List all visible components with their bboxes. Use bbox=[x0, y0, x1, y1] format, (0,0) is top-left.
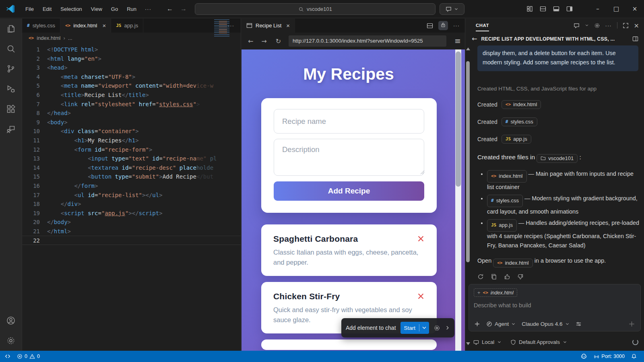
activity-extensions[interactable] bbox=[2, 99, 20, 119]
close-window-button[interactable]: × bbox=[625, 0, 644, 18]
code-text: <link rel="stylesheet" href="styles.css"… bbox=[47, 100, 200, 109]
file-chip-index.html[interactable]: <>index.html bbox=[487, 170, 527, 183]
breadcrumb[interactable]: <> index.html › ... bbox=[22, 33, 241, 43]
browser-back-button[interactable]: ← bbox=[248, 37, 253, 45]
close-tab-icon[interactable]: × bbox=[286, 22, 290, 29]
browser-reload-button[interactable]: ↻ bbox=[276, 37, 281, 45]
tab-recipe-list[interactable]: Recipe List × bbox=[241, 19, 295, 33]
customize-layout-icon[interactable] bbox=[526, 6, 533, 12]
menu-selection[interactable]: Selection bbox=[56, 4, 86, 14]
tab-index.html[interactable]: <>index.html× bbox=[60, 19, 111, 33]
expand-icon[interactable] bbox=[623, 23, 629, 29]
activity-settings-gear[interactable] bbox=[2, 331, 20, 351]
scroll-up-arrow[interactable] bbox=[466, 47, 470, 50]
approvals-picker[interactable]: Default Approvals bbox=[510, 339, 567, 345]
delete-recipe-icon[interactable] bbox=[417, 292, 425, 300]
chip-label: index.html bbox=[513, 101, 537, 107]
problems-indicator[interactable]: 0 0 bbox=[14, 351, 43, 362]
history-back-button[interactable]: ← bbox=[167, 5, 173, 12]
add-recipe-button[interactable]: Add Recipe bbox=[274, 181, 424, 201]
activity-files[interactable] bbox=[2, 19, 20, 39]
textarea-resize-handle[interactable] bbox=[420, 170, 424, 174]
more-actions-button[interactable]: ··· bbox=[605, 23, 612, 29]
file-chip-styles.css[interactable]: #styles.css bbox=[487, 195, 523, 207]
tab-chat[interactable]: CHAT bbox=[476, 19, 489, 31]
activity-search[interactable] bbox=[2, 39, 20, 59]
code-editor[interactable]: 1<!DOCTYPE html>2<html lang="en">3<head>… bbox=[22, 45, 241, 351]
regenerate-icon[interactable] bbox=[477, 274, 484, 280]
chevron-down-icon[interactable] bbox=[421, 325, 427, 331]
tab-styles.css[interactable]: #styles.css bbox=[22, 19, 60, 33]
code-text: <!DOCTYPE html> bbox=[47, 45, 98, 54]
menu-run[interactable]: Run bbox=[122, 4, 141, 14]
environment-picker[interactable]: Local bbox=[473, 339, 502, 345]
file-chip-index.html[interactable]: <>index.html bbox=[493, 259, 533, 267]
split-editor-icon[interactable] bbox=[427, 23, 433, 29]
close-panel-icon[interactable]: × bbox=[634, 22, 639, 29]
more-actions-button[interactable]: ··· bbox=[453, 23, 460, 29]
gear-icon[interactable] bbox=[433, 325, 440, 331]
file-chip-index.html[interactable]: <>index.html bbox=[502, 100, 541, 109]
chevron-right-icon[interactable] bbox=[445, 325, 450, 331]
chevron-down-icon[interactable] bbox=[585, 23, 589, 27]
file-chip-app.js[interactable]: JSapp.js bbox=[487, 219, 517, 232]
menu-view[interactable]: View bbox=[87, 4, 107, 14]
scroll-down-arrow[interactable] bbox=[466, 342, 470, 345]
chat-input-box[interactable]: + <> index.html Describe what to build A… bbox=[469, 284, 641, 331]
delete-recipe-icon[interactable] bbox=[417, 235, 425, 243]
add-context-icon[interactable] bbox=[474, 321, 480, 327]
warning-count: 0 bbox=[37, 354, 40, 359]
back-icon[interactable]: ← bbox=[472, 35, 477, 43]
breadcrumb-file: index.html bbox=[37, 35, 60, 41]
menu-go[interactable]: Go bbox=[107, 4, 122, 14]
copilot-status[interactable] bbox=[577, 351, 590, 362]
start-button[interactable]: Start bbox=[400, 322, 429, 334]
lock-button[interactable] bbox=[438, 21, 448, 30]
remote-indicator[interactable] bbox=[0, 351, 14, 362]
recipe-description-textarea[interactable] bbox=[274, 139, 424, 176]
activity-account[interactable] bbox=[2, 311, 20, 331]
browser-scrollbar[interactable] bbox=[455, 49, 461, 351]
maximize-button[interactable]: □ bbox=[607, 0, 625, 18]
copilot-menu-button[interactable] bbox=[440, 3, 464, 15]
copy-icon[interactable] bbox=[491, 274, 497, 280]
port-forward-indicator[interactable]: Port: 3000 bbox=[590, 351, 628, 362]
recipe-name-input[interactable] bbox=[274, 109, 424, 134]
menu-overflow-button[interactable]: ··· bbox=[141, 4, 155, 14]
tab-app.js[interactable]: JSapp.js bbox=[111, 19, 143, 33]
code-line-6: 6 <title>Recipe List</title> bbox=[22, 90, 241, 100]
minimap[interactable] bbox=[214, 19, 229, 38]
model-picker[interactable]: Claude Opus 4.6 bbox=[522, 321, 569, 327]
open-in-editor-icon[interactable] bbox=[632, 36, 638, 42]
command-center-search[interactable]: vscode101 bbox=[195, 3, 436, 15]
scrollbar-thumb[interactable] bbox=[456, 51, 461, 187]
attachment-chip[interactable]: + <> index.html bbox=[474, 288, 517, 297]
send-button[interactable] bbox=[628, 321, 635, 327]
activity-source-control[interactable] bbox=[2, 59, 20, 79]
history-forward-button[interactable]: → bbox=[180, 5, 187, 12]
thumbs-down-icon[interactable] bbox=[517, 274, 524, 280]
browser-menu-icon[interactable]: ≡ bbox=[454, 36, 461, 45]
menu-edit[interactable]: Edit bbox=[38, 4, 56, 14]
menu-file[interactable]: File bbox=[21, 4, 38, 14]
notifications-bell[interactable] bbox=[628, 351, 640, 362]
gear-icon[interactable] bbox=[594, 23, 600, 29]
bell-icon bbox=[631, 354, 637, 359]
scrollbar-thumb[interactable] bbox=[466, 61, 470, 262]
minimize-button[interactable]: – bbox=[588, 0, 607, 18]
url-bar[interactable]: http://127.0.0.1:3000/index.html?serverW… bbox=[289, 35, 446, 47]
tools-sliders-icon[interactable] bbox=[576, 321, 582, 327]
close-tab-icon[interactable]: × bbox=[102, 22, 106, 29]
file-chip-styles.css[interactable]: #styles.css bbox=[502, 117, 537, 126]
mode-picker[interactable]: Agent bbox=[486, 321, 516, 327]
activity-copilot-chat[interactable] bbox=[2, 119, 20, 139]
browser-forward-button[interactable]: → bbox=[261, 37, 266, 45]
toggle-panel-icon[interactable] bbox=[553, 6, 559, 12]
toggle-secondary-sidebar-icon[interactable] bbox=[566, 6, 573, 12]
file-chip-vscode101[interactable]: vscode101 bbox=[537, 154, 578, 163]
thumbs-up-icon[interactable] bbox=[504, 274, 510, 280]
split-editor-icon[interactable] bbox=[540, 6, 546, 12]
file-chip-app.js[interactable]: JSapp.js bbox=[502, 135, 531, 144]
new-chat-dropdown-icon[interactable] bbox=[574, 23, 580, 29]
activity-run-and-debug[interactable] bbox=[2, 79, 20, 99]
